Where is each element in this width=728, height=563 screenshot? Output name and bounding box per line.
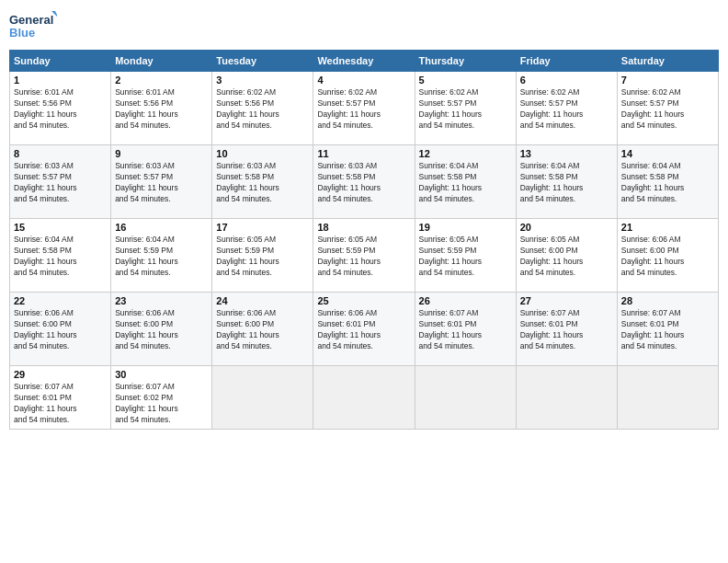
- day-number: 6: [520, 75, 613, 86]
- calendar-cell: 10 Sunrise: 6:03 AMSunset: 5:58 PMDaylig…: [212, 145, 313, 219]
- day-number: 20: [520, 222, 613, 233]
- calendar-cell: [313, 366, 415, 430]
- day-info: Sunrise: 6:07 AMSunset: 6:01 PMDaylight:…: [621, 308, 714, 352]
- day-info: Sunrise: 6:03 AMSunset: 5:57 PMDaylight:…: [115, 161, 208, 205]
- col-header-saturday: Saturday: [617, 51, 718, 72]
- day-number: 10: [216, 148, 309, 159]
- col-header-friday: Friday: [516, 51, 617, 72]
- day-number: 19: [419, 222, 512, 233]
- calendar-cell: 15 Sunrise: 6:04 AMSunset: 5:58 PMDaylig…: [10, 219, 111, 293]
- logo-svg: General Blue: [9, 9, 57, 42]
- calendar-cell: 11 Sunrise: 6:03 AMSunset: 5:58 PMDaylig…: [313, 145, 415, 219]
- calendar-cell: 27 Sunrise: 6:07 AMSunset: 6:01 PMDaylig…: [516, 293, 617, 366]
- day-number: 9: [115, 148, 208, 159]
- calendar-cell: 13 Sunrise: 6:04 AMSunset: 5:58 PMDaylig…: [516, 145, 617, 219]
- day-number: 14: [621, 148, 714, 159]
- day-info: Sunrise: 6:07 AMSunset: 6:02 PMDaylight:…: [115, 382, 208, 426]
- calendar-cell: 18 Sunrise: 6:05 AMSunset: 5:59 PMDaylig…: [313, 219, 415, 293]
- day-info: Sunrise: 6:02 AMSunset: 5:57 PMDaylight:…: [419, 87, 512, 132]
- day-info: Sunrise: 6:04 AMSunset: 5:58 PMDaylight:…: [419, 161, 512, 205]
- calendar-cell: 29 Sunrise: 6:07 AMSunset: 6:01 PMDaylig…: [10, 366, 111, 430]
- col-header-thursday: Thursday: [415, 51, 516, 72]
- calendar-cell: 21 Sunrise: 6:06 AMSunset: 6:00 PMDaylig…: [617, 219, 718, 293]
- day-number: 30: [115, 369, 208, 380]
- calendar-cell: 23 Sunrise: 6:06 AMSunset: 6:00 PMDaylig…: [111, 293, 212, 366]
- day-number: 13: [520, 148, 613, 159]
- day-info: Sunrise: 6:02 AMSunset: 5:57 PMDaylight:…: [317, 87, 410, 132]
- calendar: SundayMondayTuesdayWednesdayThursdayFrid…: [9, 50, 719, 430]
- calendar-cell: 9 Sunrise: 6:03 AMSunset: 5:57 PMDayligh…: [111, 145, 212, 219]
- day-number: 16: [115, 222, 208, 233]
- day-number: 28: [621, 295, 714, 306]
- day-info: Sunrise: 6:05 AMSunset: 5:59 PMDaylight:…: [216, 235, 309, 279]
- day-info: Sunrise: 6:07 AMSunset: 6:01 PMDaylight:…: [14, 382, 107, 426]
- logo: General Blue: [9, 9, 57, 42]
- day-number: 2: [115, 75, 208, 86]
- col-header-tuesday: Tuesday: [212, 51, 313, 72]
- day-info: Sunrise: 6:04 AMSunset: 5:58 PMDaylight:…: [520, 161, 613, 205]
- calendar-cell: 20 Sunrise: 6:05 AMSunset: 6:00 PMDaylig…: [516, 219, 617, 293]
- calendar-cell: 16 Sunrise: 6:04 AMSunset: 5:59 PMDaylig…: [111, 219, 212, 293]
- calendar-cell: 17 Sunrise: 6:05 AMSunset: 5:59 PMDaylig…: [212, 219, 313, 293]
- calendar-cell: 3 Sunrise: 6:02 AMSunset: 5:56 PMDayligh…: [212, 72, 313, 145]
- calendar-cell: 12 Sunrise: 6:04 AMSunset: 5:58 PMDaylig…: [415, 145, 516, 219]
- day-number: 27: [520, 295, 613, 306]
- day-info: Sunrise: 6:05 AMSunset: 5:59 PMDaylight:…: [419, 235, 512, 279]
- calendar-cell: 26 Sunrise: 6:07 AMSunset: 6:01 PMDaylig…: [415, 293, 516, 366]
- day-number: 4: [317, 75, 410, 86]
- day-info: Sunrise: 6:07 AMSunset: 6:01 PMDaylight:…: [419, 308, 512, 352]
- col-header-sunday: Sunday: [10, 51, 111, 72]
- calendar-cell: 19 Sunrise: 6:05 AMSunset: 5:59 PMDaylig…: [415, 219, 516, 293]
- day-info: Sunrise: 6:06 AMSunset: 6:00 PMDaylight:…: [14, 308, 107, 352]
- calendar-cell: [516, 366, 617, 430]
- day-info: Sunrise: 6:05 AMSunset: 5:59 PMDaylight:…: [317, 235, 410, 279]
- day-info: Sunrise: 6:05 AMSunset: 6:00 PMDaylight:…: [520, 235, 613, 279]
- calendar-cell: 7 Sunrise: 6:02 AMSunset: 5:57 PMDayligh…: [617, 72, 718, 145]
- svg-text:Blue: Blue: [9, 26, 35, 40]
- day-number: 8: [14, 148, 107, 159]
- calendar-cell: [617, 366, 718, 430]
- day-number: 18: [317, 222, 410, 233]
- calendar-cell: 22 Sunrise: 6:06 AMSunset: 6:00 PMDaylig…: [10, 293, 111, 366]
- calendar-cell: 25 Sunrise: 6:06 AMSunset: 6:01 PMDaylig…: [313, 293, 415, 366]
- day-number: 1: [14, 75, 107, 86]
- day-info: Sunrise: 6:03 AMSunset: 5:58 PMDaylight:…: [317, 161, 410, 205]
- day-number: 21: [621, 222, 714, 233]
- day-info: Sunrise: 6:02 AMSunset: 5:56 PMDaylight:…: [216, 87, 309, 132]
- svg-text:General: General: [9, 13, 53, 27]
- day-number: 5: [419, 75, 512, 86]
- day-info: Sunrise: 6:06 AMSunset: 6:01 PMDaylight:…: [317, 308, 410, 352]
- day-number: 24: [216, 295, 309, 306]
- day-number: 11: [317, 148, 410, 159]
- day-number: 12: [419, 148, 512, 159]
- day-info: Sunrise: 6:06 AMSunset: 6:00 PMDaylight:…: [115, 308, 208, 352]
- day-info: Sunrise: 6:04 AMSunset: 5:59 PMDaylight:…: [115, 235, 208, 279]
- day-info: Sunrise: 6:03 AMSunset: 5:58 PMDaylight:…: [216, 161, 309, 205]
- day-info: Sunrise: 6:06 AMSunset: 6:00 PMDaylight:…: [216, 308, 309, 352]
- day-number: 22: [14, 295, 107, 306]
- day-number: 15: [14, 222, 107, 233]
- day-number: 17: [216, 222, 309, 233]
- day-info: Sunrise: 6:04 AMSunset: 5:58 PMDaylight:…: [14, 235, 107, 279]
- day-info: Sunrise: 6:02 AMSunset: 5:57 PMDaylight:…: [621, 87, 714, 132]
- calendar-cell: 30 Sunrise: 6:07 AMSunset: 6:02 PMDaylig…: [111, 366, 212, 430]
- calendar-cell: [415, 366, 516, 430]
- day-number: 29: [14, 369, 107, 380]
- calendar-cell: 5 Sunrise: 6:02 AMSunset: 5:57 PMDayligh…: [415, 72, 516, 145]
- col-header-wednesday: Wednesday: [313, 51, 415, 72]
- day-number: 23: [115, 295, 208, 306]
- calendar-cell: 4 Sunrise: 6:02 AMSunset: 5:57 PMDayligh…: [313, 72, 415, 145]
- day-info: Sunrise: 6:06 AMSunset: 6:00 PMDaylight:…: [621, 235, 714, 279]
- day-info: Sunrise: 6:04 AMSunset: 5:58 PMDaylight:…: [621, 161, 714, 205]
- day-number: 25: [317, 295, 410, 306]
- calendar-cell: 28 Sunrise: 6:07 AMSunset: 6:01 PMDaylig…: [617, 293, 718, 366]
- calendar-cell: 8 Sunrise: 6:03 AMSunset: 5:57 PMDayligh…: [10, 145, 111, 219]
- day-number: 3: [216, 75, 309, 86]
- calendar-cell: 1 Sunrise: 6:01 AMSunset: 5:56 PMDayligh…: [10, 72, 111, 145]
- day-info: Sunrise: 6:01 AMSunset: 5:56 PMDaylight:…: [115, 87, 208, 132]
- calendar-cell: 24 Sunrise: 6:06 AMSunset: 6:00 PMDaylig…: [212, 293, 313, 366]
- day-info: Sunrise: 6:02 AMSunset: 5:57 PMDaylight:…: [520, 87, 613, 132]
- day-number: 26: [419, 295, 512, 306]
- calendar-cell: 2 Sunrise: 6:01 AMSunset: 5:56 PMDayligh…: [111, 72, 212, 145]
- calendar-cell: 14 Sunrise: 6:04 AMSunset: 5:58 PMDaylig…: [617, 145, 718, 219]
